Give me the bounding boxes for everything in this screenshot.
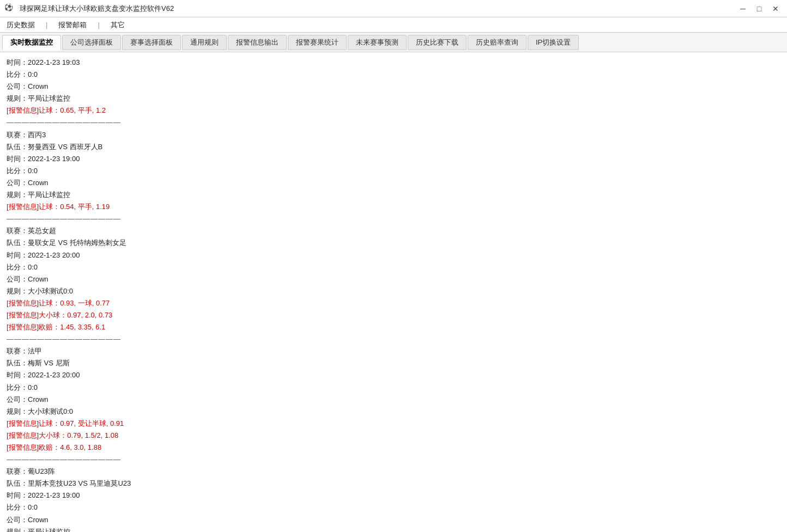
- log-line: 比分：0:0: [7, 261, 780, 273]
- log-line: 公司：Crown: [7, 273, 780, 285]
- title-bar: ⚽ 球探网足球让球大小球欧赔支盘变水监控软件V62 ─ □ ✕: [0, 0, 787, 17]
- log-line: 队伍：里斯本竞技U23 VS 马里迪莫U23: [7, 478, 780, 490]
- tab-ip-switch[interactable]: IP切换设置: [528, 35, 579, 50]
- log-line: ———————————————: [7, 454, 780, 466]
- log-line: 比分：0:0: [7, 69, 780, 81]
- title-bar-left: ⚽ 球探网足球让球大小球欧赔支盘变水监控软件V62: [4, 3, 174, 14]
- log-display[interactable]: 时间：2022-1-23 19:03比分：0:0公司：Crown规则：平局让球监…: [0, 52, 787, 532]
- tab-history-download[interactable]: 历史比赛下载: [408, 35, 467, 50]
- minimize-button[interactable]: ─: [736, 3, 750, 14]
- log-line: [报警信息]欧赔：1.45, 3.35, 6.1: [7, 321, 780, 333]
- log-line: [报警信息]大小球：0.79, 1.5/2, 1.08: [7, 430, 780, 442]
- log-line: [报警信息]大小球：0.97, 2.0, 0.73: [7, 309, 780, 321]
- log-line: 规则：大小球测试0:0: [7, 406, 780, 418]
- log-line: [报警信息]让球：0.54, 平手, 1.19: [7, 201, 780, 213]
- log-line: 联赛：西丙3: [7, 129, 780, 141]
- tab-event[interactable]: 赛事选择面板: [122, 35, 181, 50]
- log-line: 公司：Crown: [7, 394, 780, 406]
- log-line: [报警信息]让球：0.97, 受让半球, 0.91: [7, 418, 780, 430]
- app-title: 球探网足球让球大小球欧赔支盘变水监控软件V62: [20, 4, 174, 14]
- tab-bar: 实时数据监控 公司选择面板 赛事选择面板 通用规则 报警信息输出 报警赛果统计 …: [0, 33, 787, 52]
- log-line: 时间：2022-1-23 19:00: [7, 153, 780, 165]
- maximize-button[interactable]: □: [752, 3, 766, 14]
- menu-other[interactable]: 其它: [108, 19, 127, 31]
- menu-sep-1: |: [46, 21, 47, 29]
- log-line: ———————————————: [7, 117, 780, 129]
- log-line: 规则：平局让球监控: [7, 526, 780, 532]
- log-line: 联赛：法甲: [7, 345, 780, 357]
- tab-history-odds[interactable]: 历史赔率查询: [468, 35, 526, 50]
- log-line: 时间：2022-1-23 19:03: [7, 57, 780, 69]
- log-line: 联赛：英总女超: [7, 225, 780, 237]
- close-button[interactable]: ✕: [768, 3, 783, 14]
- log-line: 联赛：葡U23阵: [7, 466, 780, 478]
- tab-company[interactable]: 公司选择面板: [62, 35, 121, 50]
- log-line: 比分：0:0: [7, 165, 780, 177]
- log-line: [报警信息]欧赔：4.6, 3.0, 1.88: [7, 442, 780, 454]
- log-line: 队伍：曼联女足 VS 托特纳姆热刺女足: [7, 237, 780, 249]
- log-line: 公司：Crown: [7, 514, 780, 526]
- tab-rules[interactable]: 通用规则: [182, 35, 227, 50]
- window-controls: ─ □ ✕: [736, 3, 783, 14]
- log-line: 比分：0:0: [7, 502, 780, 513]
- log-line: ———————————————: [7, 213, 780, 225]
- tab-alert-stats[interactable]: 报警赛果统计: [288, 35, 347, 50]
- tab-future[interactable]: 未来赛事预测: [348, 35, 407, 50]
- menu-bar: 历史数据 | 报警邮箱 | 其它: [0, 17, 787, 33]
- log-line: 规则：平局让球监控: [7, 93, 780, 105]
- log-line: [报警信息]让球：0.65, 平手, 1.2: [7, 105, 780, 117]
- log-line: 时间：2022-1-23 20:00: [7, 369, 780, 381]
- log-line: 队伍：梅斯 VS 尼斯: [7, 357, 780, 369]
- menu-alert-email[interactable]: 报警邮箱: [56, 19, 89, 31]
- log-line: 规则：大小球测试0:0: [7, 285, 780, 297]
- log-line: ———————————————: [7, 333, 780, 345]
- log-line: 公司：Crown: [7, 81, 780, 93]
- app-icon: ⚽: [4, 3, 15, 14]
- main-content: 时间：2022-1-23 19:03比分：0:0公司：Crown规则：平局让球监…: [0, 52, 787, 532]
- log-line: 公司：Crown: [7, 177, 780, 189]
- tab-realtime[interactable]: 实时数据监控: [2, 35, 61, 50]
- menu-sep-2: |: [98, 21, 99, 29]
- log-line: 规则：平局让球监控: [7, 189, 780, 201]
- menu-history[interactable]: 历史数据: [4, 19, 37, 31]
- log-line: 比分：0:0: [7, 382, 780, 394]
- log-line: 队伍：努曼西亚 VS 西班牙人B: [7, 141, 780, 153]
- tab-alert-output[interactable]: 报警信息输出: [228, 35, 287, 50]
- log-line: 时间：2022-1-23 20:00: [7, 249, 780, 261]
- log-line: [报警信息]让球：0.93, 一球, 0.77: [7, 297, 780, 309]
- log-line: 时间：2022-1-23 19:00: [7, 490, 780, 502]
